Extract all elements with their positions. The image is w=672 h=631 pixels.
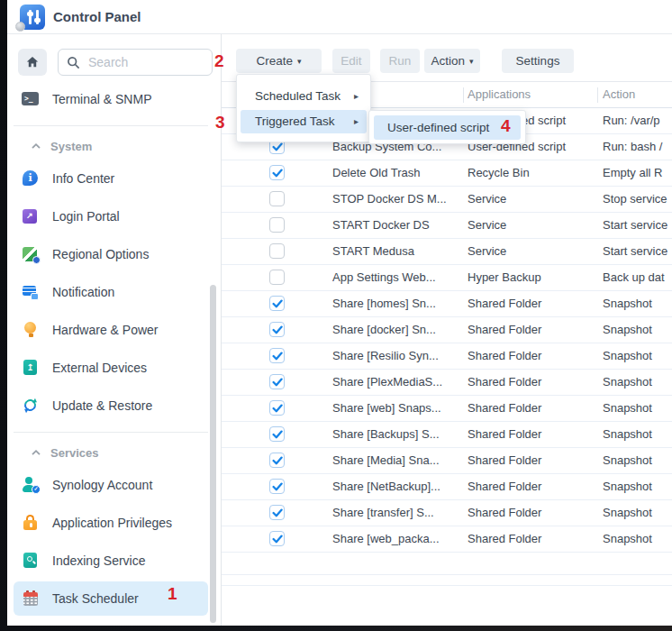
task-enabled-checkbox[interactable] bbox=[269, 531, 285, 546]
annotation-step-1: 1 bbox=[168, 584, 177, 604]
task-name-cell: Share [Backups] S... bbox=[332, 422, 466, 447]
search-input[interactable] bbox=[86, 54, 204, 70]
sidebar-item-hardware-power[interactable]: Hardware & Power bbox=[7, 311, 221, 349]
submenu-item-label: User-defined script bbox=[387, 121, 489, 134]
home-button[interactable] bbox=[18, 49, 47, 76]
task-name-cell: START Docker DS bbox=[332, 213, 466, 238]
window-title: Control Panel bbox=[53, 9, 141, 24]
table-row[interactable]: Share [transfer] S... Shared Folder Snap… bbox=[222, 500, 672, 526]
task-name-cell: Share [NetBackup]... bbox=[332, 474, 466, 499]
sidebar-item-info-center[interactable]: Info Center bbox=[7, 160, 221, 197]
task-enabled-checkbox[interactable] bbox=[269, 479, 285, 494]
login-portal-icon bbox=[22, 207, 40, 225]
task-action-cell: Empty all R bbox=[603, 160, 672, 186]
task-action-cell: Snapshot bbox=[603, 474, 672, 499]
task-enabled-checkbox[interactable] bbox=[269, 348, 285, 363]
sidebar-item-label: Synology Account bbox=[52, 478, 152, 492]
sidebar-item-external-devices[interactable]: External Devices bbox=[7, 349, 221, 387]
sidebar-item-label: External Devices bbox=[52, 361, 147, 375]
menu-item-label: Scheduled Task bbox=[255, 89, 341, 103]
task-enabled-checkbox[interactable] bbox=[269, 191, 285, 206]
menu-item-triggered-task[interactable]: Triggered Task▸ bbox=[241, 110, 367, 133]
sidebar-item-label: Task Scheduler bbox=[52, 591, 139, 606]
task-enabled-checkbox[interactable] bbox=[269, 165, 285, 180]
task-enabled-checkbox[interactable] bbox=[269, 453, 285, 468]
table-row[interactable]: Share [web] Snaps... Shared Folder Snaps… bbox=[222, 396, 672, 422]
task-enabled-checkbox[interactable] bbox=[269, 505, 285, 520]
table-row[interactable]: App Settings Web... Hyper Backup Back up… bbox=[222, 265, 672, 291]
column-divider bbox=[463, 87, 464, 103]
sidebar-item-label: Terminal & SNMP bbox=[52, 92, 151, 106]
sidebar-divider bbox=[7, 118, 221, 133]
home-icon bbox=[25, 55, 40, 69]
run-button[interactable]: Run bbox=[380, 49, 420, 73]
task-scheduler-icon bbox=[22, 590, 40, 608]
column-header-action[interactable]: Action bbox=[603, 82, 635, 107]
task-enabled-checkbox[interactable] bbox=[269, 243, 285, 259]
menu-item-scheduled-task[interactable]: Scheduled Task▸ bbox=[241, 85, 367, 108]
table-row[interactable]: Delete Old Trash Recycle Bin Empty all R bbox=[222, 160, 672, 187]
search-box[interactable] bbox=[58, 49, 213, 76]
task-application-cell: Hyper Backup bbox=[468, 265, 601, 290]
chevron-up-icon bbox=[31, 142, 41, 150]
sidebar-item-indexing-service[interactable]: Indexing Service bbox=[7, 542, 221, 580]
task-enabled-checkbox[interactable] bbox=[269, 322, 285, 337]
action-button[interactable]: Action▾ bbox=[424, 49, 480, 73]
empty-table-row bbox=[222, 553, 672, 575]
task-action-cell: Start service bbox=[603, 213, 672, 238]
table-row[interactable]: Share [Resilio Syn... Shared Folder Snap… bbox=[222, 343, 672, 370]
table-row[interactable]: Share [NetBackup]... Shared Folder Snaps… bbox=[222, 474, 672, 500]
submenu-item-user-defined-script[interactable]: User-defined script bbox=[374, 115, 521, 140]
sidebar-section-services[interactable]: Services bbox=[7, 439, 221, 466]
task-action-cell: Snapshot bbox=[603, 396, 672, 421]
task-application-cell: Shared Folder bbox=[468, 317, 601, 343]
desktop-background: Control Panel Terminal & SNMPSystemInfo … bbox=[0, 0, 672, 631]
task-action-cell: Snapshot bbox=[603, 422, 672, 447]
create-dropdown-menu: Scheduled Task▸Triggered Task▸ bbox=[236, 74, 371, 142]
sidebar-scrollbar[interactable] bbox=[210, 285, 216, 623]
sidebar-item-terminal-snmp[interactable]: Terminal & SNMP bbox=[7, 80, 221, 118]
annotation-step-4: 4 bbox=[501, 116, 511, 136]
table-row[interactable]: START Docker DS Service Start service bbox=[222, 213, 672, 239]
create-button[interactable]: Create▾ bbox=[236, 49, 322, 73]
table-row[interactable]: Share [PlexMediaS... Shared Folder Snaps… bbox=[222, 370, 672, 396]
task-enabled-checkbox[interactable] bbox=[269, 217, 285, 233]
task-name-cell: Delete Old Trash bbox=[332, 160, 466, 186]
table-row[interactable]: STOP Docker DS M... Service Stop service bbox=[222, 187, 672, 213]
task-name-cell: Share [Resilio Syn... bbox=[332, 343, 466, 369]
table-row[interactable]: Share [Backups] S... Shared Folder Snaps… bbox=[222, 422, 672, 448]
table-row[interactable]: Share [homes] Sn... Shared Folder Snapsh… bbox=[222, 291, 672, 317]
control-panel-icon bbox=[20, 5, 45, 30]
column-header-applications[interactable]: Applications bbox=[468, 82, 531, 107]
sidebar-item-login-portal[interactable]: Login Portal bbox=[7, 197, 221, 235]
caret-down-icon: ▾ bbox=[469, 57, 474, 66]
edit-button[interactable]: Edit bbox=[332, 49, 370, 73]
task-table: User-defined script Run: /var/p Backup S… bbox=[222, 108, 672, 586]
terminal-icon bbox=[22, 90, 40, 108]
table-row[interactable]: Share [Media] Sna... Shared Folder Snaps… bbox=[222, 448, 672, 474]
sidebar-item-task-scheduler[interactable]: Task Scheduler bbox=[7, 580, 221, 617]
column-divider bbox=[597, 87, 598, 103]
sidebar-item-notification[interactable]: Notification bbox=[7, 273, 221, 311]
sidebar-item-regional-options[interactable]: Regional Options bbox=[7, 235, 221, 273]
table-row[interactable]: Share [docker] Sn... Shared Folder Snaps… bbox=[222, 317, 672, 343]
task-application-cell: Shared Folder bbox=[468, 291, 601, 316]
task-action-cell: Run: bash / bbox=[603, 134, 672, 160]
table-row[interactable]: Share [web_packa... Shared Folder Snapsh… bbox=[222, 526, 672, 553]
chevron-up-icon bbox=[31, 449, 41, 456]
window-titlebar: Control Panel bbox=[7, 0, 672, 34]
sidebar-item-update-restore[interactable]: Update & Restore bbox=[7, 387, 221, 425]
task-enabled-checkbox[interactable] bbox=[269, 270, 285, 285]
settings-button[interactable]: Settings bbox=[502, 49, 574, 73]
sidebar-section-system[interactable]: System bbox=[7, 133, 221, 160]
sidebar-item-application-privileges[interactable]: Application Privileges bbox=[7, 504, 221, 542]
task-enabled-checkbox[interactable] bbox=[269, 296, 285, 311]
table-row[interactable]: START Medusa Service Start service bbox=[222, 239, 672, 265]
task-application-cell: Shared Folder bbox=[468, 370, 601, 395]
task-enabled-checkbox[interactable] bbox=[269, 426, 285, 442]
task-enabled-checkbox[interactable] bbox=[269, 400, 285, 416]
sidebar-item-synology-account[interactable]: ✓Synology Account bbox=[7, 466, 221, 504]
task-action-cell: Snapshot bbox=[603, 526, 672, 552]
task-enabled-checkbox[interactable] bbox=[269, 374, 285, 389]
external-devices-icon bbox=[22, 359, 40, 377]
